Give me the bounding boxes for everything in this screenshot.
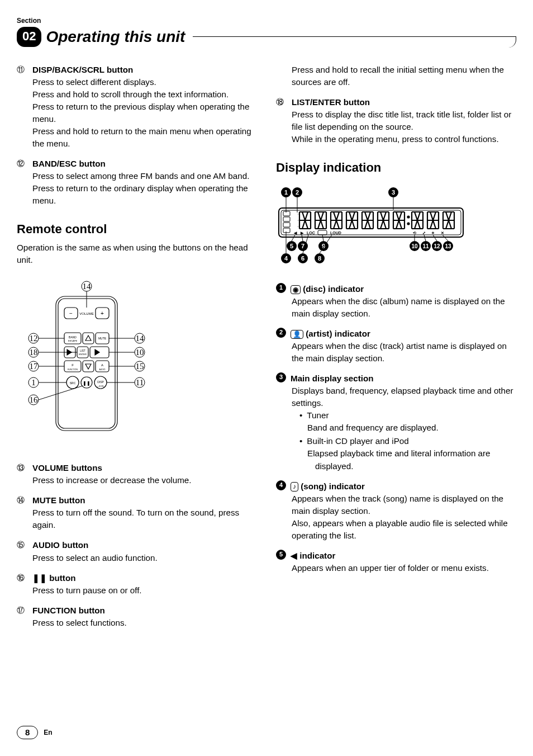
display-indication-heading: Display indication bbox=[276, 159, 516, 177]
marker-black-2: 2 bbox=[276, 328, 286, 338]
marker-black-3: 3 bbox=[276, 372, 286, 382]
item-title: ❚❚ button bbox=[32, 572, 75, 584]
marker-black-5: 5 bbox=[276, 550, 286, 560]
svg-text:LIST: LIST bbox=[80, 349, 85, 352]
svg-text:13: 13 bbox=[445, 243, 451, 249]
marker-18: ⑱ bbox=[276, 96, 287, 108]
svg-text:14: 14 bbox=[136, 334, 145, 343]
item-disp-back-scrl: ⑪ DISP/BACK/SCRL button Press to select … bbox=[17, 64, 257, 150]
svg-text:16: 16 bbox=[30, 395, 39, 404]
svg-text:1: 1 bbox=[31, 378, 36, 387]
item-title: BAND/ESC button bbox=[32, 158, 106, 170]
marker-16: ⑯ bbox=[17, 572, 28, 584]
svg-text:BAND: BAND bbox=[69, 336, 77, 339]
item-title: LIST/ENTER button bbox=[292, 96, 370, 108]
svg-text:2: 2 bbox=[296, 189, 299, 196]
svg-rect-76 bbox=[283, 228, 290, 233]
svg-text:15: 15 bbox=[136, 362, 144, 371]
bullet-text: Elapsed playback time and literal inform… bbox=[315, 447, 516, 472]
item-pause: ⑯ ❚❚ button Press to turn pause on or of… bbox=[17, 572, 257, 597]
svg-text:12: 12 bbox=[434, 243, 440, 249]
indicator-disc: 1 ◉ (disc) indicator Appears when the di… bbox=[276, 283, 516, 320]
svg-text:FUNCTION: FUNCTION bbox=[68, 368, 78, 371]
svg-line-112 bbox=[292, 235, 295, 241]
item-mute: ⑭ MUTE button Press to turn off the soun… bbox=[17, 494, 257, 531]
marker-12: ⑫ bbox=[17, 158, 28, 169]
svg-text:AUDIO: AUDIO bbox=[99, 368, 105, 371]
svg-point-82 bbox=[408, 223, 410, 225]
item-title: ◉ (disc) indicator bbox=[291, 283, 364, 295]
svg-text:ESCAPE: ESCAPE bbox=[68, 339, 78, 342]
svg-text:MUTE: MUTE bbox=[98, 337, 107, 340]
svg-text:❚❚: ❚❚ bbox=[83, 381, 91, 386]
page-number: 8 bbox=[17, 726, 38, 739]
indicator-song: 4 ♪ (song) indicator Appears when the tr… bbox=[276, 480, 516, 542]
item-body: Press to display the disc title list, tr… bbox=[292, 108, 516, 145]
item-body: Press to turn pause on or off. bbox=[32, 584, 257, 597]
svg-text:+: + bbox=[101, 310, 104, 316]
svg-text:8: 8 bbox=[318, 255, 321, 262]
svg-rect-21 bbox=[83, 361, 94, 372]
item-title: ◀ indicator bbox=[291, 550, 335, 562]
page-footer: 8 En bbox=[17, 726, 53, 739]
section-label: Section bbox=[17, 17, 516, 25]
remote-control-diagram: − VOLUME + BAND ESCAPE MUTE LIST ENTER bbox=[17, 280, 156, 447]
marker-11: ⑪ bbox=[17, 64, 28, 75]
item-title: DISP/BACK/SCRL button bbox=[32, 64, 133, 76]
svg-rect-73 bbox=[283, 211, 290, 216]
svg-rect-10 bbox=[83, 333, 94, 344]
svg-text:A: A bbox=[101, 363, 103, 367]
left-arrow-icon: ◀ bbox=[291, 551, 297, 560]
svg-line-117 bbox=[433, 235, 437, 241]
item-body: Press to increase or decrease the volume… bbox=[32, 474, 257, 486]
page-header: 02 Operating this unit bbox=[17, 27, 516, 47]
item-body: Displays band, frequency, elapsed playba… bbox=[292, 385, 516, 472]
item-body: Appears when an upper tier of folder or … bbox=[292, 562, 516, 574]
svg-point-81 bbox=[408, 216, 410, 218]
section-number-badge: 02 bbox=[17, 27, 41, 47]
indicator-main-display: 3 Main display section Displays band, fr… bbox=[276, 372, 516, 472]
svg-text:✶: ✶ bbox=[431, 231, 435, 235]
svg-text:3: 3 bbox=[392, 189, 395, 196]
svg-text:12: 12 bbox=[30, 334, 38, 343]
item-title: MUTE button bbox=[32, 494, 85, 507]
item-body: Press to turn off the sound. To turn on … bbox=[32, 507, 257, 531]
item-title: Main display section bbox=[291, 372, 374, 385]
chapter-title: Operating this unit bbox=[46, 28, 185, 46]
marker-black-4: 4 bbox=[276, 480, 286, 490]
svg-text:−: − bbox=[69, 310, 73, 316]
svg-text:1: 1 bbox=[284, 189, 288, 196]
remote-intro: Operation is the same as when using the … bbox=[17, 242, 257, 266]
item-audio: ⑮ AUDIO button Press to select an audio … bbox=[17, 539, 257, 564]
disc-icon: ◉ bbox=[291, 285, 301, 294]
artist-icon: 👤 bbox=[291, 330, 303, 339]
item-body: Appears when the disc (track) artist nam… bbox=[292, 340, 516, 365]
marker-14: ⑭ bbox=[17, 494, 28, 506]
item-body: Press to select different displays. Pres… bbox=[32, 76, 257, 150]
item-title: AUDIO button bbox=[32, 539, 88, 551]
header-rule bbox=[193, 36, 516, 48]
item17-continuation: Press and hold to recall the initial set… bbox=[292, 64, 516, 88]
marker-17: ⑰ bbox=[17, 604, 28, 616]
item-function: ⑰ FUNCTION button Press to select functi… bbox=[17, 604, 257, 629]
item-body: Press to select among three FM bands and… bbox=[32, 170, 257, 207]
item-body: Press to select functions. bbox=[32, 617, 257, 629]
item-title: FUNCTION button bbox=[32, 604, 105, 617]
svg-text:18: 18 bbox=[30, 348, 38, 357]
svg-line-116 bbox=[424, 235, 426, 241]
marker-13: ⑬ bbox=[17, 462, 28, 474]
svg-text:17: 17 bbox=[30, 362, 39, 371]
indicator-artist: 2 👤 (artist) indicator Appears when the … bbox=[276, 328, 516, 365]
svg-line-114 bbox=[322, 235, 323, 241]
display-indication-diagram: 1 2 3 bbox=[276, 186, 466, 270]
svg-text:SRC: SRC bbox=[70, 381, 76, 385]
svg-text:7: 7 bbox=[301, 243, 304, 249]
svg-text:▶: ▶ bbox=[300, 231, 304, 235]
item-title: VOLUME buttons bbox=[32, 462, 102, 474]
item-body: Appears when the disc (album) name is di… bbox=[292, 295, 516, 320]
svg-text:6: 6 bbox=[301, 255, 304, 262]
svg-rect-0 bbox=[56, 296, 117, 431]
svg-line-118 bbox=[442, 235, 448, 241]
bullet-text: Band and frequency are displayed. bbox=[315, 422, 516, 434]
item-list-enter: ⑱ LIST/ENTER button Press to display the… bbox=[276, 96, 516, 145]
